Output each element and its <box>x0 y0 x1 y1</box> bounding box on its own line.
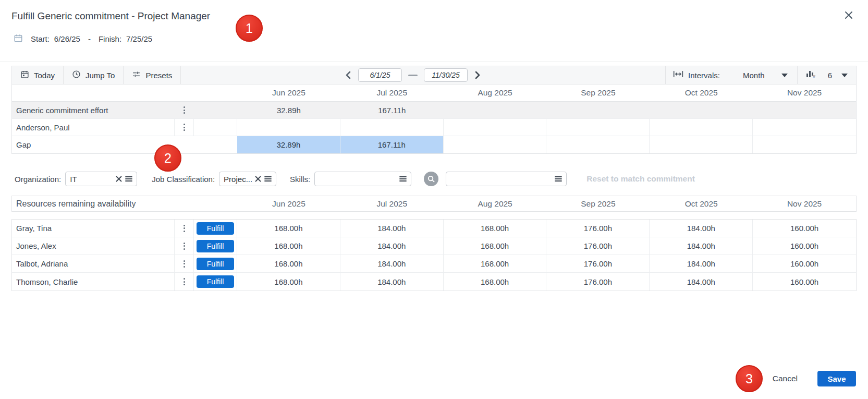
today-calendar-icon <box>20 70 29 80</box>
effort-cell <box>753 102 856 119</box>
availability-cell: 184.00h <box>650 273 753 291</box>
finish-value: 7/25/25 <box>126 34 152 43</box>
availability-cell: 160.00h <box>753 255 856 273</box>
list-picker-icon[interactable] <box>555 176 562 182</box>
annotation-badge-3: 3 <box>736 365 763 392</box>
availability-cell: 168.00h <box>237 220 340 237</box>
range-start-input[interactable] <box>358 68 402 82</box>
table-row-resource: Talbot, Adriana Fulfill 168.00h 184.00h … <box>12 255 856 273</box>
availability-cell: 168.00h <box>444 220 547 237</box>
row-menu-kebab-icon[interactable] <box>181 104 187 116</box>
table-row-commitment-effort: Generic commitment effort 32.89h 167.11h <box>12 102 856 119</box>
clear-icon[interactable] <box>116 176 122 182</box>
chevron-right-icon[interactable] <box>474 71 481 79</box>
row-menu-kebab-icon[interactable] <box>181 223 187 234</box>
fulfill-button[interactable]: Fulfill <box>197 258 234 270</box>
today-button[interactable]: Today <box>12 66 64 84</box>
row-menu-kebab-icon[interactable] <box>181 258 187 270</box>
availability-cell: 184.00h <box>340 220 444 237</box>
effort-cell <box>546 102 650 119</box>
presets-button[interactable]: Presets <box>124 66 181 84</box>
commitment-table: Jun 2025 Jul 2025 Aug 2025 Sep 2025 Oct … <box>11 84 857 154</box>
effort-cell <box>650 102 753 119</box>
close-icon[interactable] <box>842 8 855 22</box>
search-icon[interactable] <box>424 172 438 186</box>
resource-name: Gray, Tina <box>12 220 175 237</box>
range-end-input[interactable] <box>424 68 468 82</box>
allocation-cell[interactable] <box>444 119 547 136</box>
reset-to-match-commitment-link[interactable]: Reset to match commitment <box>586 174 695 184</box>
table-row-resource: Thomson, Charlie Fulfill 168.00h 184.00h… <box>12 273 856 291</box>
cancel-button[interactable]: Cancel <box>773 374 798 383</box>
sliders-icon <box>132 70 141 80</box>
list-picker-icon[interactable] <box>264 176 272 182</box>
toolbar-divider <box>797 66 798 84</box>
list-picker-icon[interactable] <box>125 176 132 182</box>
month-header: Aug 2025 <box>444 84 547 102</box>
table-row-assigned-resource: Anderson, Paul <box>12 119 856 136</box>
start-value: 6/26/25 <box>54 34 80 43</box>
resource-name: Thomson, Charlie <box>12 273 175 291</box>
gap-cell <box>753 136 856 153</box>
resource-name: Anderson, Paul <box>12 119 175 136</box>
month-header: Aug 2025 <box>444 196 547 211</box>
skills-filter[interactable] <box>314 172 411 186</box>
today-label: Today <box>34 71 55 80</box>
availability-cell: 184.00h <box>340 273 444 291</box>
dialog-footer: Cancel Save <box>773 371 856 386</box>
interval-count-value[interactable]: 6 <box>828 71 832 80</box>
row-menu-kebab-icon[interactable] <box>181 276 187 287</box>
resource-name: Talbot, Adriana <box>12 255 175 273</box>
availability-cell: 184.00h <box>650 220 753 237</box>
interval-count-icon: # <box>806 69 816 81</box>
month-header: Sep 2025 <box>546 84 650 102</box>
header-divider <box>0 61 868 62</box>
availability-cell: 176.00h <box>546 220 650 237</box>
interval-count-caret-icon[interactable] <box>841 74 848 77</box>
allocation-cell[interactable] <box>753 119 856 136</box>
jump-to-button[interactable]: Jump To <box>64 66 124 84</box>
fulfill-button[interactable]: Fulfill <box>197 222 234 235</box>
svg-text:#: # <box>813 74 815 79</box>
month-header: Sep 2025 <box>546 196 650 211</box>
organization-value: IT <box>70 175 113 184</box>
month-header: Jun 2025 <box>237 84 340 102</box>
month-header: Nov 2025 <box>753 84 856 102</box>
month-header-row: Jun 2025 Jul 2025 Aug 2025 Sep 2025 Oct … <box>12 84 856 102</box>
availability-cell: 184.00h <box>650 237 753 255</box>
organization-filter[interactable]: IT <box>65 172 137 186</box>
table-row-gap: Gap 32.89h 167.11h <box>12 136 856 153</box>
gap-cell <box>444 136 547 153</box>
row-menu-kebab-icon[interactable] <box>181 240 187 252</box>
gap-cell: 167.11h <box>340 136 444 153</box>
effort-cell <box>444 102 547 119</box>
intervals-value[interactable]: Month <box>743 71 765 80</box>
resource-search-filter[interactable] <box>446 172 567 186</box>
effort-cell: 167.11h <box>340 102 444 119</box>
month-header: Oct 2025 <box>650 196 753 211</box>
availability-cell: 184.00h <box>340 255 444 273</box>
allocation-cell[interactable] <box>546 119 650 136</box>
allocation-cell[interactable] <box>340 119 444 136</box>
availability-cell: 168.00h <box>237 255 340 273</box>
row-label: Gap <box>12 136 237 153</box>
gap-cell: 32.89h <box>237 136 340 153</box>
chevron-left-icon[interactable] <box>345 71 352 79</box>
fulfill-button[interactable]: Fulfill <box>197 275 234 288</box>
clear-icon[interactable] <box>255 176 261 182</box>
fulfill-button[interactable]: Fulfill <box>197 240 234 252</box>
intervals-caret-icon[interactable] <box>781 74 788 77</box>
job-classification-filter[interactable]: Projec... <box>219 172 276 186</box>
save-button[interactable]: Save <box>817 371 856 386</box>
gap-cell <box>650 136 753 153</box>
intervals-label: Intervals: <box>688 71 720 80</box>
list-picker-icon[interactable] <box>399 176 407 182</box>
job-classification-label: Job Classification: <box>152 175 215 184</box>
availability-cell: 176.00h <box>546 255 650 273</box>
start-label: Start: <box>31 34 50 43</box>
commitment-date-range: Start: 6/26/25 - Finish: 7/25/25 <box>14 33 152 44</box>
allocation-cell[interactable] <box>650 119 753 136</box>
row-menu-kebab-icon[interactable] <box>181 122 187 133</box>
organization-label: Organization: <box>15 175 61 184</box>
allocation-cell[interactable] <box>237 119 340 136</box>
